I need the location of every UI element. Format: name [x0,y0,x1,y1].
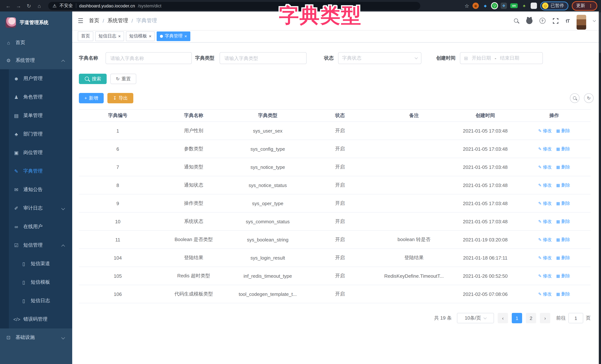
toggle-search-button[interactable] [570,93,580,103]
tab-dict-management[interactable]: 字典管理 × [157,31,190,41]
browser-extension-gem[interactable]: ◆ [482,3,488,9]
delete-link[interactable]: ▦ 删除 [556,273,570,278]
scrollbar-thumb[interactable] [599,12,601,53]
export-button[interactable]: ↧导出 [107,93,133,103]
delete-link[interactable]: ▦ 删除 [556,128,570,133]
sidebar-item-online-users[interactable]: ∞ 在线用户 [0,217,72,236]
sidebar-item-user-management[interactable]: ☻ 用户管理 [0,69,72,88]
tab-home[interactable]: 首页 × [78,31,93,41]
github-icon[interactable] [526,18,532,24]
prev-page-button[interactable]: ‹ [498,313,508,323]
browser-extension-orange[interactable]: ◉ [472,3,479,9]
sidebar-item-dict-management[interactable]: ✎ 字典管理 [0,162,72,180]
delete-link[interactable]: ▦ 删除 [556,201,570,206]
sidebar-item-system[interactable]: ⚙ 系统管理 [0,51,72,69]
sidebar-item-sms-template[interactable]: ▯ 短信模板 [0,273,72,292]
dict-type-input[interactable] [220,52,307,64]
paused-profile-chip[interactable]: ☺ 已暂停 [540,1,568,10]
edit-link[interactable]: ✎ 修改 [538,255,552,260]
page-size-select[interactable]: 10条/页 [457,313,494,323]
cell-dict-type-link[interactable]: sys_notice_type [231,158,305,176]
cell-dict-type-link[interactable]: sys_config_type [231,140,305,158]
browser-forward-button[interactable]: → [14,1,23,10]
search-button[interactable]: 搜索 [79,74,107,84]
cell-dict-type-link[interactable]: sys_boolean_string [231,231,305,249]
refresh-table-button[interactable]: ↻ [584,93,594,103]
font-size-icon[interactable]: tT [566,18,570,23]
add-button[interactable]: +新增 [79,93,104,103]
cell-dict-type-link[interactable]: tool_codegen_template_t... [231,285,305,303]
delete-link[interactable]: ▦ 删除 [556,219,570,224]
delete-link[interactable]: ▦ 删除 [556,237,570,242]
bookmark-star-icon[interactable]: ☆ [465,3,469,9]
browser-menu-icon[interactable]: ⋮ [588,3,593,8]
sidebar-item-sms-channel[interactable]: ▯ 短信渠道 [0,254,72,273]
dict-name-input[interactable] [106,52,192,64]
edit-link[interactable]: ✎ 修改 [538,219,552,224]
breadcrumb-system[interactable]: 系统管理 [107,17,128,24]
sidebar-item-post-management[interactable]: ▣ 岗位管理 [0,143,72,162]
cell-dict-type-link[interactable]: sys_common_status [231,212,305,231]
browser-back-button[interactable]: ← [4,1,13,10]
edit-link[interactable]: ✎ 修改 [538,201,552,206]
sidebar-item-home[interactable]: ⌂ 首页 [0,34,72,51]
browser-scrollbar[interactable] [599,0,601,364]
close-icon[interactable]: × [184,34,187,38]
edit-link[interactable]: ✎ 修改 [538,182,552,188]
page-number-button-1[interactable]: 1 [512,313,522,323]
cell-dict-type-link[interactable]: sys_notice_status [231,176,305,194]
breadcrumb-home[interactable]: 首页 [89,17,100,24]
edit-link[interactable]: ✎ 修改 [538,128,552,133]
browser-extension-green[interactable]: ツ [492,3,497,9]
close-icon[interactable]: × [118,34,121,38]
help-icon[interactable]: ? [539,18,545,24]
goto-page-input[interactable] [568,313,583,323]
cell-dict-type-link[interactable]: sys_user_sex [231,122,305,140]
fullscreen-icon[interactable] [552,18,559,24]
delete-link[interactable]: ▦ 删除 [556,164,570,169]
sidebar-item-sms-log[interactable]: ▯ 短信日志 [0,292,72,310]
status-select[interactable]: 字典状态 [338,52,421,64]
sidebar-item-infrastructure[interactable]: ⊡ 基础设施 [0,328,72,346]
user-avatar[interactable] [577,15,586,30]
search-icon[interactable] [513,18,519,23]
browser-reload-button[interactable]: ↻ [24,1,33,10]
next-page-button[interactable]: › [540,313,550,323]
reset-button[interactable]: ↻重置 [110,74,136,84]
sidebar-item-sms-management[interactable]: ☑ 短信管理 [0,236,72,254]
sidebar-item-menu-management[interactable]: ▤ 菜单管理 [0,106,72,125]
tab-sms-log[interactable]: 短信日志 × [95,31,124,41]
cell-dict-type-link[interactable]: sys_oper_type [231,194,305,212]
delete-link[interactable]: ▦ 删除 [556,182,570,188]
sidebar-item-notice[interactable]: ✉ 通知公告 [0,180,72,199]
browser-home-button[interactable]: ⌂ [35,1,44,10]
delete-link[interactable]: ▦ 删除 [556,255,570,260]
delete-link[interactable]: ▦ 删除 [556,291,570,296]
edit-link[interactable]: ✎ 修改 [538,291,552,296]
chevron-down-icon[interactable] [593,19,596,22]
sidebar-item-error-code[interactable]: </> 错误码管理 [0,310,72,328]
browser-extension-puzzle[interactable] [531,3,537,9]
tab-sms-template[interactable]: 短信模板 × [126,31,155,41]
browser-update-button[interactable]: 更新 ⋮ [572,1,597,10]
sidebar-item-dept-management[interactable]: ♣ 部门管理 [0,125,72,143]
address-bar[interactable]: ⚠ 不安全 dashboard.yudao.iocoder.cn/system/… [48,2,420,10]
sidebar-item-audit-log[interactable]: ✐ 审计日志 [0,199,72,217]
page-number-button-2[interactable]: 2 [526,313,536,323]
cell-dict-type-link[interactable]: inf_redis_timeout_type [231,267,305,285]
close-icon[interactable]: × [149,34,151,38]
edit-link[interactable]: ✎ 修改 [538,146,552,151]
date-range-picker[interactable]: ⊞ 开始日期 - 结束日期 [460,52,543,64]
sidebar-item-role-management[interactable]: ♟ 角色管理 [0,88,72,106]
browser-extension-on[interactable]: on [510,3,518,8]
browser-extension-tiles[interactable]: ❖ [501,3,507,9]
app-logo[interactable]: 芋道管理系统 [0,11,72,34]
edit-link[interactable]: ✎ 修改 [538,164,552,169]
edit-link[interactable]: ✎ 修改 [538,237,552,242]
end-date-placeholder[interactable]: 结束日期 [500,55,519,61]
delete-link[interactable]: ▦ 删除 [556,146,570,151]
edit-link[interactable]: ✎ 修改 [538,273,552,278]
cell-dict-type-link[interactable]: sys_login_result [231,249,305,267]
start-date-placeholder[interactable]: 开始日期 [472,55,491,61]
hamburger-icon[interactable]: ☰ [78,17,83,25]
